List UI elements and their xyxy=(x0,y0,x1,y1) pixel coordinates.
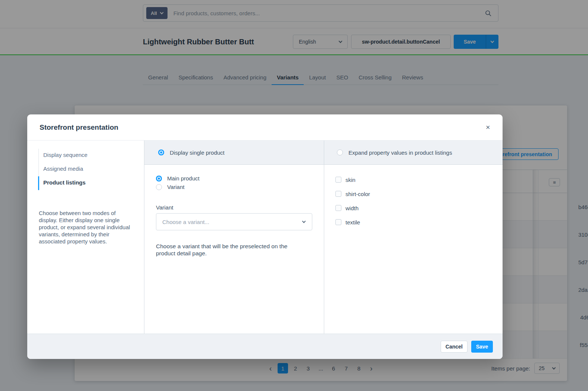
skin-label: skin xyxy=(345,177,356,183)
property-row-textile[interactable]: textile xyxy=(335,218,503,227)
variant-select-placeholder: Choose a variant... xyxy=(162,219,209,225)
single-product-option-band: Display single product xyxy=(144,141,324,165)
variant-help-text: Choose a variant that will be the presel… xyxy=(156,243,305,257)
variant-label: Variant xyxy=(167,184,184,190)
textile-label: textile xyxy=(345,219,360,226)
nav-item-product-listings[interactable]: Product listings xyxy=(27,176,144,189)
storefront-presentation-modal: Storefront presentation ✕ Display sequen… xyxy=(27,114,503,359)
product-detail-page: All Lightweight Rubber Butter Butt Engli… xyxy=(0,0,588,391)
single-product-column: Display single product Main product Vari… xyxy=(144,141,324,334)
modal-nav-column: Display sequence Assigned media Product … xyxy=(27,141,144,334)
close-icon[interactable]: ✕ xyxy=(485,124,490,130)
variant-radio[interactable] xyxy=(156,184,162,190)
expand-properties-radio[interactable] xyxy=(337,149,343,155)
expand-option-band: Expand property values in product listin… xyxy=(324,141,503,165)
properties-list: skin shirt-color width textile xyxy=(324,165,503,227)
property-row-width[interactable]: width xyxy=(335,204,503,212)
single-product-content: Main product Variant Variant Choose a va… xyxy=(144,165,324,257)
nav-active-indicator xyxy=(38,176,39,190)
expand-properties-column: Expand property values in product listin… xyxy=(324,141,503,334)
display-single-product-radio[interactable] xyxy=(158,149,164,155)
skin-checkbox[interactable] xyxy=(335,177,341,183)
modal-cancel-button[interactable]: Cancel xyxy=(441,341,467,353)
shirt-color-label: shirt-color xyxy=(345,191,370,197)
expand-properties-label: Expand property values in product listin… xyxy=(348,149,452,156)
width-checkbox[interactable] xyxy=(335,205,341,211)
modal-nav: Display sequence Assigned media Product … xyxy=(27,148,144,189)
width-label: width xyxy=(345,205,359,211)
nav-item-display-sequence[interactable]: Display sequence xyxy=(27,148,144,162)
shirt-color-checkbox[interactable] xyxy=(335,191,341,197)
modal-title: Storefront presentation xyxy=(40,123,118,132)
main-product-radio[interactable] xyxy=(156,176,162,182)
mode-description: Choose between two modes of display. Eit… xyxy=(39,209,132,245)
modal-header: Storefront presentation ✕ xyxy=(27,114,503,141)
textile-checkbox[interactable] xyxy=(335,219,341,225)
property-row-shirt-color[interactable]: shirt-color xyxy=(335,189,503,198)
display-single-product-label: Display single product xyxy=(170,149,225,156)
modal-footer: Cancel Save xyxy=(27,334,503,359)
modal-save-button[interactable]: Save xyxy=(471,341,493,353)
main-product-option[interactable]: Main product xyxy=(156,175,324,182)
variant-select[interactable]: Choose a variant... xyxy=(156,213,312,230)
variant-field-label: Variant xyxy=(156,204,324,211)
property-row-skin[interactable]: skin xyxy=(335,175,503,184)
nav-item-assigned-media[interactable]: Assigned media xyxy=(27,162,144,176)
chevron-down-icon xyxy=(302,219,306,223)
variant-option[interactable]: Variant xyxy=(156,184,324,190)
main-product-label: Main product xyxy=(167,175,200,182)
modal-body: Display sequence Assigned media Product … xyxy=(27,141,503,334)
